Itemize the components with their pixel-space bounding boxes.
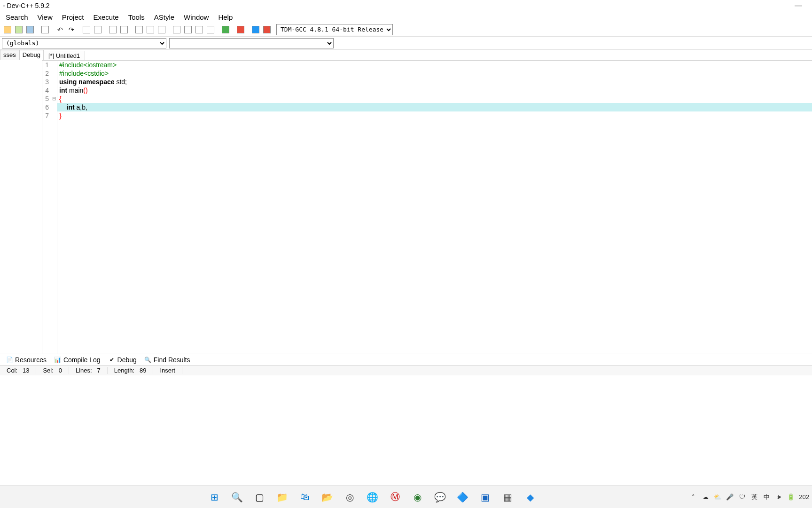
layout2-button[interactable] [183,24,193,35]
layout1-button[interactable] [172,24,182,35]
mcafee-icon[interactable]: Ⓜ [386,488,405,507]
app-icon-1[interactable]: 🔷 [453,488,472,507]
app-icon-2[interactable]: ▦ [499,488,517,507]
abort-button[interactable] [235,24,246,35]
store-icon[interactable]: 🛍 [296,488,314,507]
tray-onedrive-icon[interactable]: ☁ [701,493,710,501]
menu-view[interactable]: View [33,12,57,22]
title-text: - Dev-C++ 5.9.2 [3,2,50,9]
task-view-icon[interactable]: ▢ [250,488,269,507]
file-tab[interactable]: [*] Untitled1 [43,51,85,60]
status-mode: Insert [153,367,182,374]
tray-battery-icon[interactable]: 🔋 [787,493,795,501]
layout4-button[interactable] [205,24,216,35]
status-length: Length: 89 [108,367,154,374]
bottom-tab-find-results[interactable]: 🔍Find Results [141,355,194,365]
save-button[interactable] [25,24,35,35]
scope-bar: (globals) [0,37,812,50]
compile-button[interactable] [134,24,144,35]
layout3-button[interactable] [194,24,204,35]
start-button[interactable]: ⊞ [205,488,224,507]
undo-button[interactable]: ↶ [55,24,65,35]
resources-icon: 📄 [6,356,13,364]
compile-log-icon: 📊 [54,356,62,364]
status-lines: Lines: 7 [69,367,108,374]
find-button[interactable] [81,24,92,35]
code-editor[interactable]: 1234567 ⊟ #include<iostream>#include<cst… [42,60,812,354]
compiler-select[interactable]: TDM-GCC 4.8.1 64-bit Release [276,24,393,35]
tray-clock[interactable]: 202 [799,493,809,500]
code-content[interactable]: #include<iostream>#include<cstdio>using … [57,61,812,354]
find-results-icon: 🔍 [144,356,152,364]
windows-taskbar[interactable]: ⊞ 🔍 ▢ 📁 🛍 📂 ◎ 🌐 Ⓜ ◉ 💬 🔷 ▣ ▦ ◆ ˄ ☁ ⛅ 🎤 🛡 … [0,485,812,508]
folder-icon[interactable]: 📂 [318,488,337,507]
goto-bookmark-button[interactable] [119,24,129,35]
ime-indicator-2[interactable]: 中 [762,493,771,501]
main-area: sses Debug [*] Untitled1 1234567 ⊟ #incl… [0,50,812,354]
toolbar: ↶ ↷ TDM-GCC 4.8.1 64-bit Release [0,23,812,37]
fold-gutter[interactable]: ⊟ [51,61,57,354]
menu-help[interactable]: Help [213,12,237,22]
replace-button[interactable] [93,24,103,35]
new-file-button[interactable] [2,24,13,35]
menu-astyle[interactable]: AStyle [149,12,179,22]
side-panel: sses Debug [0,50,42,354]
edge-icon[interactable]: 🌐 [363,488,382,507]
devcpp-icon[interactable]: ▣ [476,488,495,507]
ime-indicator-1[interactable]: 英 [750,493,758,501]
menu-window[interactable]: Window [179,12,213,22]
member-select[interactable] [169,38,334,48]
tray-volume-icon[interactable]: 🕩 [774,493,783,501]
redo-button[interactable]: ↷ [66,24,77,35]
bottom-tabs: 📄Resources📊Compile Log✔Debug🔍Find Result… [0,354,812,365]
explorer-icon[interactable]: 📁 [273,488,292,507]
tray-security-icon[interactable]: 🛡 [738,493,746,501]
tray-cloud-icon[interactable]: ⛅ [713,493,722,501]
menubar: SearchViewProjectExecuteToolsAStyleWindo… [0,11,812,23]
profile-button[interactable] [250,24,261,35]
scope-select[interactable]: (globals) [2,38,166,48]
bottom-tab-debug[interactable]: ✔Debug [104,355,141,365]
titlebar: - Dev-C++ 5.9.2 — [0,0,812,11]
app-icon-3[interactable]: ◆ [521,488,540,507]
status-col: Col: 13 [0,367,36,374]
browser-icon[interactable]: ◉ [408,488,427,507]
menu-project[interactable]: Project [57,12,89,22]
check-button[interactable] [220,24,231,35]
bottom-tab-compile-log[interactable]: 📊Compile Log [50,355,104,365]
classes-tab[interactable]: sses [0,50,19,60]
status-sel: Sel: 0 [36,367,69,374]
dell-icon[interactable]: ◎ [341,488,359,507]
debug-tab[interactable]: Debug [19,50,44,60]
minimize-button[interactable]: — [788,1,809,10]
bottom-tab-resources[interactable]: 📄Resources [2,355,50,365]
tray-chevron-icon[interactable]: ˄ [689,493,697,501]
run-button[interactable] [145,24,156,35]
search-icon[interactable]: 🔍 [228,488,247,507]
open-file-button[interactable] [14,24,24,35]
status-bar: Col: 13 Sel: 0 Lines: 7 Length: 89 Inser… [0,365,812,375]
line-gutter: 1234567 [42,61,51,354]
tray-mic-icon[interactable]: 🎤 [726,493,734,501]
menu-execute[interactable]: Execute [88,12,123,22]
menu-tools[interactable]: Tools [124,12,149,22]
compile-run-button[interactable] [156,24,167,35]
debug-icon: ✔ [108,356,116,364]
menu-search[interactable]: Search [1,12,33,22]
debug-button[interactable] [262,24,272,35]
print-button[interactable] [40,24,50,35]
toggle-bookmark-button[interactable] [108,24,118,35]
wechat-icon[interactable]: 💬 [431,488,450,507]
editor-area: [*] Untitled1 1234567 ⊟ #include<iostrea… [42,50,812,354]
